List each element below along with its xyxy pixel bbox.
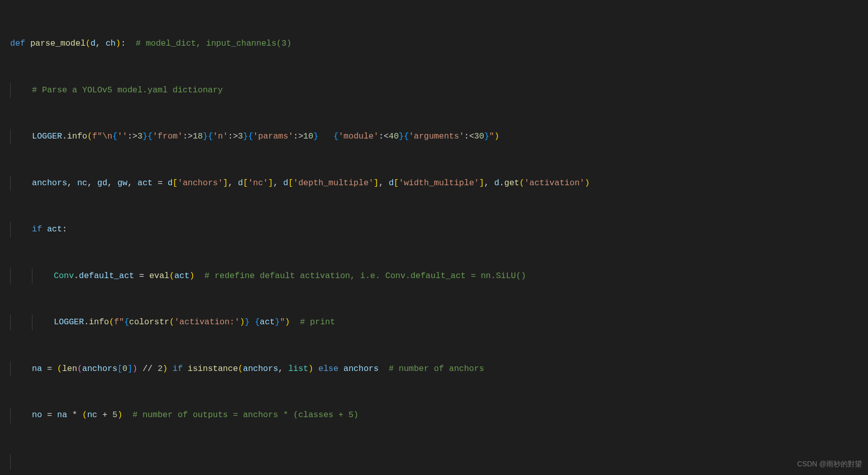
comment: # number of outputs = anchors * (classes… [132, 410, 359, 420]
code-line[interactable]: LOGGER.info(f"{colorstr('activation:')} … [10, 315, 868, 330]
keyword-def: def [10, 39, 25, 48]
comment: # model_dict, input_channels(3) [136, 39, 292, 48]
function-name: parse_model [30, 39, 86, 48]
code-line[interactable]: # Parse a YOLOv5 model.yaml dictionary [10, 83, 868, 98]
param-ch: ch [106, 39, 116, 48]
code-line[interactable]: Conv.default_act = eval(act) # redefine … [10, 268, 868, 284]
comment: # number of anchors [389, 364, 484, 374]
comment: # print [300, 317, 335, 327]
blank-line[interactable] [10, 454, 868, 470]
code-line[interactable]: def parse_model(d, ch): # model_dict, in… [10, 36, 868, 52]
code-line[interactable]: no = na * (nc + 5) # number of outputs =… [10, 408, 868, 423]
code-line[interactable]: na = (len(anchors[0]) // 2) if isinstanc… [10, 361, 868, 377]
code-line[interactable]: if act: [10, 222, 868, 238]
comment: # Parse a YOLOv5 model.yaml dictionary [32, 85, 223, 95]
param-d: d [90, 39, 95, 48]
code-line[interactable]: LOGGER.info(f"\n{'':>3}{'from':>18}{'n':… [10, 129, 868, 145]
code-editor[interactable]: def parse_model(d, ch): # model_dict, in… [0, 0, 868, 475]
comment: # redefine default activation, i.e. Conv… [204, 271, 526, 281]
code-line[interactable]: anchors, nc, gd, gw, act = d['anchors'],… [10, 176, 868, 191]
